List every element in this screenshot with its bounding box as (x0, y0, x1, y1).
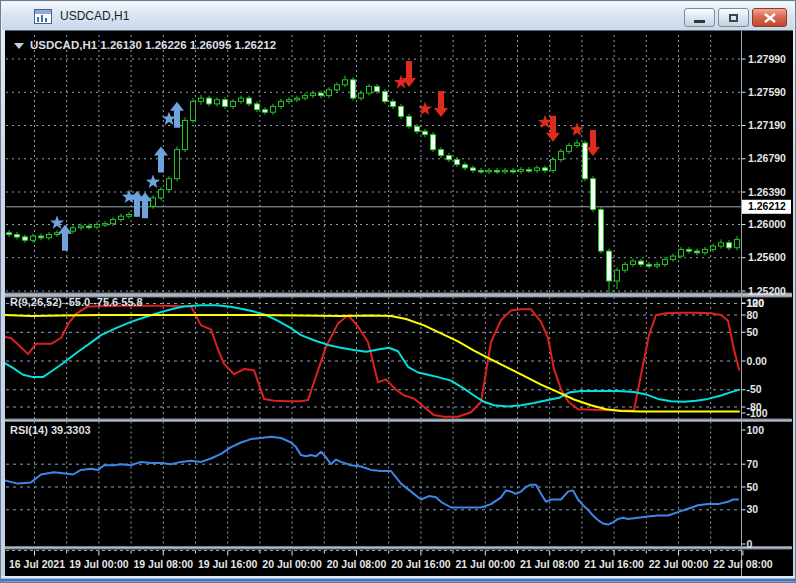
svg-text:19 Jul 08:00: 19 Jul 08:00 (134, 558, 194, 570)
svg-text:20 Jul 08:00: 20 Jul 08:00 (327, 558, 387, 570)
restore-icon (729, 14, 738, 22)
svg-text:80: 80 (747, 309, 759, 321)
svg-text:1.27590: 1.27590 (748, 86, 786, 98)
svg-text:21 Jul 16:00: 21 Jul 16:00 (584, 558, 644, 570)
window-controls (684, 8, 787, 27)
svg-text:1.25200: 1.25200 (748, 285, 786, 297)
svg-text:1.26390: 1.26390 (748, 186, 786, 198)
svg-text:RSI(14) 39.3303: RSI(14) 39.3303 (10, 424, 91, 436)
window-titlebar[interactable]: USDCAD,H1 (2, 2, 794, 30)
svg-text:R(9,26,52) -55.0 -75.6 55.8: R(9,26,52) -55.0 -75.6 55.8 (10, 296, 143, 308)
svg-text:100: 100 (747, 424, 765, 436)
svg-text:22 Jul 00:00: 22 Jul 00:00 (649, 558, 709, 570)
window-bottom-frame (1, 576, 796, 583)
svg-text:-100: -100 (747, 407, 768, 419)
chart-window-icon (34, 9, 52, 24)
svg-text:20 Jul 00:00: 20 Jul 00:00 (262, 558, 322, 570)
svg-text:19 Jul 16:00: 19 Jul 16:00 (198, 558, 258, 570)
svg-text:70: 70 (747, 458, 759, 470)
svg-text:0.00: 0.00 (747, 355, 768, 367)
svg-text:50: 50 (747, 481, 759, 493)
svg-text:1.26212: 1.26212 (748, 200, 786, 212)
minimize-button[interactable] (684, 8, 715, 27)
close-button[interactable] (752, 8, 787, 27)
close-icon (764, 13, 776, 23)
svg-text:21 Jul 00:00: 21 Jul 00:00 (456, 558, 516, 570)
svg-text:16 Jul 2021: 16 Jul 2021 (9, 558, 65, 570)
svg-text:-50: -50 (747, 383, 762, 395)
svg-text:50: 50 (747, 326, 759, 338)
minimize-icon (694, 20, 705, 23)
svg-text:1.26790: 1.26790 (748, 152, 786, 164)
mt4-chart-window: USDCAD,H1 1.279901.275901.271901.267901.… (0, 0, 796, 583)
svg-text:21 Jul 08:00: 21 Jul 08:00 (520, 558, 580, 570)
window-title: USDCAD,H1 (60, 9, 129, 23)
svg-text:19 Jul 00:00: 19 Jul 00:00 (69, 558, 129, 570)
svg-text:1.26000: 1.26000 (748, 218, 786, 230)
chart-client-area[interactable]: 1.279901.275901.271901.267901.263901.260… (5, 30, 793, 576)
svg-text:22 Jul 08:00: 22 Jul 08:00 (713, 558, 773, 570)
svg-text:1.25600: 1.25600 (748, 251, 786, 263)
svg-text:100: 100 (747, 297, 765, 309)
chart-svg[interactable]: 1.279901.275901.271901.267901.263901.260… (5, 31, 793, 577)
svg-text:USDCAD,H1 1.26130 1.26226 1.2: USDCAD,H1 1.26130 1.26226 1.26095 1.2621… (30, 39, 276, 51)
svg-text:1.27990: 1.27990 (748, 53, 786, 65)
svg-text:20 Jul 16:00: 20 Jul 16:00 (391, 558, 451, 570)
restore-button[interactable] (718, 8, 749, 27)
svg-text:30: 30 (747, 503, 759, 515)
svg-text:0: 0 (747, 538, 753, 550)
svg-text:1.27190: 1.27190 (748, 119, 786, 131)
